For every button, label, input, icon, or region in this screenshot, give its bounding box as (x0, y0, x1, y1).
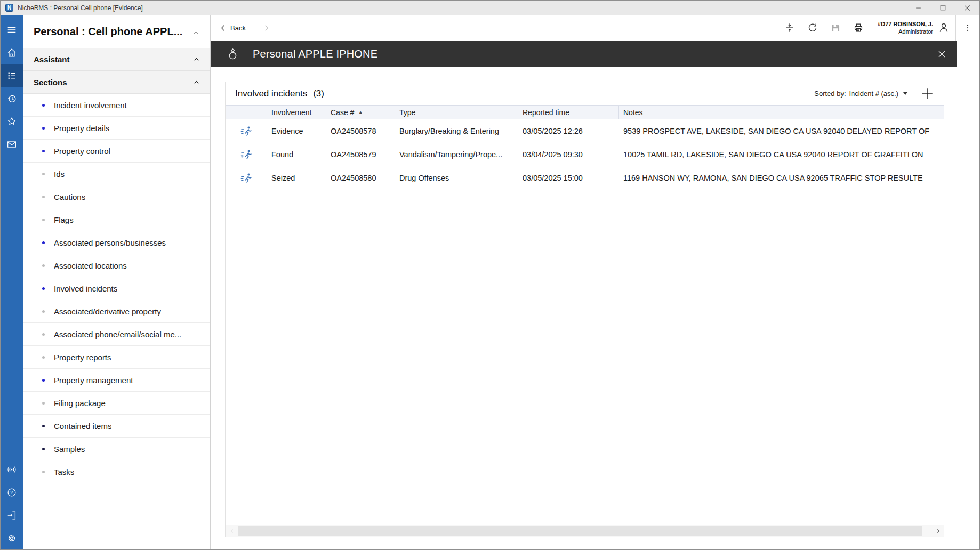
section-bullet-icon (42, 379, 45, 382)
section-item-tasks[interactable]: Tasks (23, 460, 210, 483)
section-item-ids[interactable]: Ids (23, 163, 210, 185)
column-header-type[interactable]: Type (395, 106, 518, 119)
section-item-associated-phone-email-social-me[interactable]: Associated phone/email/social me... (23, 323, 210, 346)
section-item-associated-locations[interactable]: Associated locations (23, 254, 210, 277)
horizontal-scrollbar (226, 525, 944, 537)
toolbar-right: #D77 ROBINSON, J. Administrator (778, 15, 979, 41)
scrollbar-thumb[interactable] (238, 526, 922, 536)
current-user-button[interactable]: #D77 ROBINSON, J. Administrator (870, 15, 955, 40)
column-label: Type (399, 108, 415, 117)
history-icon[interactable] (1, 87, 23, 110)
cell-reported: 03/05/2025 12:26 (518, 127, 619, 135)
section-bullet-icon (42, 333, 45, 336)
section-item-filing-package[interactable]: Filing package (23, 392, 210, 415)
record-panel-header: Personal : Cell phone APPL... (23, 15, 210, 48)
incident-row-oa24508578[interactable]: EvidenceOA24508578Burglary/Breaking & En… (226, 119, 944, 143)
record-close-icon[interactable] (935, 47, 949, 61)
menu-icon[interactable] (1, 18, 23, 41)
cell-case: OA24508580 (326, 174, 395, 182)
section-item-property-details[interactable]: Property details (23, 117, 210, 140)
column-header-notes[interactable]: Notes (619, 106, 944, 119)
scroll-right-icon[interactable] (932, 525, 944, 537)
column-header-case[interactable]: Case # ▲ (326, 106, 395, 119)
column-label: Case # (331, 108, 354, 117)
section-item-label: Associated phone/email/social me... (54, 330, 181, 339)
section-bullet-icon (42, 471, 45, 473)
section-bullet-icon (42, 150, 45, 152)
section-item-samples[interactable]: Samples (23, 438, 210, 460)
minimize-icon[interactable] (906, 1, 930, 15)
section-item-label: Associated/derivative property (54, 307, 161, 316)
forward-button[interactable] (262, 23, 271, 33)
save-icon[interactable] (824, 15, 847, 40)
group-label: Assistant (34, 55, 70, 64)
section-item-cautions[interactable]: Cautions (23, 185, 210, 208)
involved-incidents-card: Involved incidents (3) Sorted by: Incide… (225, 82, 944, 537)
section-item-contained-items[interactable]: Contained items (23, 415, 210, 438)
cell-notes: 1169 HANSON WY, RAMONA, SAN DIEGO CA USA… (619, 174, 944, 182)
ring-property-icon (226, 47, 239, 61)
window-controls (906, 1, 979, 15)
kebab-menu-icon[interactable] (955, 15, 979, 41)
section-item-label: Cautions (54, 192, 85, 201)
group-assistant[interactable]: Assistant (23, 48, 210, 71)
settings-gear-icon[interactable] (1, 527, 23, 549)
section-item-incident-involvement[interactable]: Incident involvement (23, 94, 210, 117)
section-bullet-icon (42, 241, 45, 244)
home-icon[interactable] (1, 41, 23, 64)
section-item-involved-incidents[interactable]: Involved incidents (23, 277, 210, 300)
user-role: Administrator (878, 28, 933, 35)
refresh-icon[interactable] (801, 15, 824, 40)
section-item-property-control[interactable]: Property control (23, 140, 210, 163)
section-item-flags[interactable]: Flags (23, 208, 210, 231)
favorites-star-icon[interactable] (1, 110, 23, 133)
cell-involvement: Found (267, 150, 326, 159)
broadcast-icon[interactable] (1, 458, 23, 481)
section-item-label: Property management (54, 376, 133, 385)
print-icon[interactable] (847, 15, 870, 40)
records-list-icon[interactable] (1, 64, 23, 87)
cell-involvement: Evidence (267, 127, 326, 135)
help-icon[interactable]: ? (1, 481, 23, 504)
app-window: N NicheRMS : Personal Cell phone [Eviden… (0, 0, 980, 550)
incidents-card-header: Involved incidents (3) Sorted by: Incide… (226, 82, 944, 105)
section-item-label: Property control (54, 147, 110, 156)
section-bullet-icon (42, 196, 45, 198)
cell-case: OA24508578 (326, 127, 395, 135)
section-item-property-management[interactable]: Property management (23, 369, 210, 392)
section-item-label: Filing package (54, 399, 106, 408)
sorted-by-label: Sorted by: (814, 90, 846, 98)
sorted-by-dropdown[interactable]: Sorted by: Incident # (asc.) (814, 90, 907, 98)
scrollbar-track[interactable] (237, 525, 932, 537)
column-header-involvement[interactable]: Involvement (267, 106, 326, 119)
back-button[interactable]: Back (211, 23, 246, 33)
section-item-associated-derivative-property[interactable]: Associated/derivative property (23, 300, 210, 323)
section-bullet-icon (42, 356, 45, 359)
cell-notes: 10025 TAMIL RD, LAKESIDE, SAN DIEGO CA U… (619, 150, 944, 159)
section-item-property-reports[interactable]: Property reports (23, 346, 210, 369)
section-bullet-icon (42, 448, 45, 450)
logout-icon[interactable] (1, 504, 23, 527)
incident-row-oa24508579[interactable]: FoundOA24508579Vandalism/Tampering/Prope… (226, 143, 944, 166)
record-title: Personal APPLE IPHONE (253, 48, 377, 60)
maximize-icon[interactable] (930, 1, 955, 15)
incident-row-oa24508580[interactable]: SeizedOA24508580Drug Offenses03/05/2025 … (226, 166, 944, 190)
cell-case: OA24508579 (326, 150, 395, 159)
collapse-vertical-icon[interactable] (778, 15, 801, 40)
mail-icon[interactable] (1, 133, 23, 156)
incidents-table-header: Involvement Case # ▲ Type Reported time … (226, 105, 944, 119)
close-icon[interactable] (955, 1, 979, 15)
cell-reported: 03/05/2025 15:00 (518, 174, 619, 182)
section-item-label: Property details (54, 124, 109, 133)
group-sections[interactable]: Sections (23, 71, 210, 94)
section-item-associated-persons-businesses[interactable]: Associated persons/businesses (23, 231, 210, 254)
column-label: Notes (623, 108, 643, 117)
panel-close-icon[interactable] (189, 25, 203, 38)
scroll-left-icon[interactable] (226, 525, 237, 537)
cell-notes: 9539 PROSPECT AVE, LAKESIDE, SAN DIEGO C… (619, 127, 944, 135)
plus-icon[interactable] (916, 83, 938, 105)
window-titlebar: N NicheRMS : Personal Cell phone [Eviden… (1, 1, 979, 15)
window-title: NicheRMS : Personal Cell phone [Evidence… (18, 4, 143, 12)
back-label: Back (230, 24, 246, 32)
column-header-reported-time[interactable]: Reported time (518, 106, 619, 119)
